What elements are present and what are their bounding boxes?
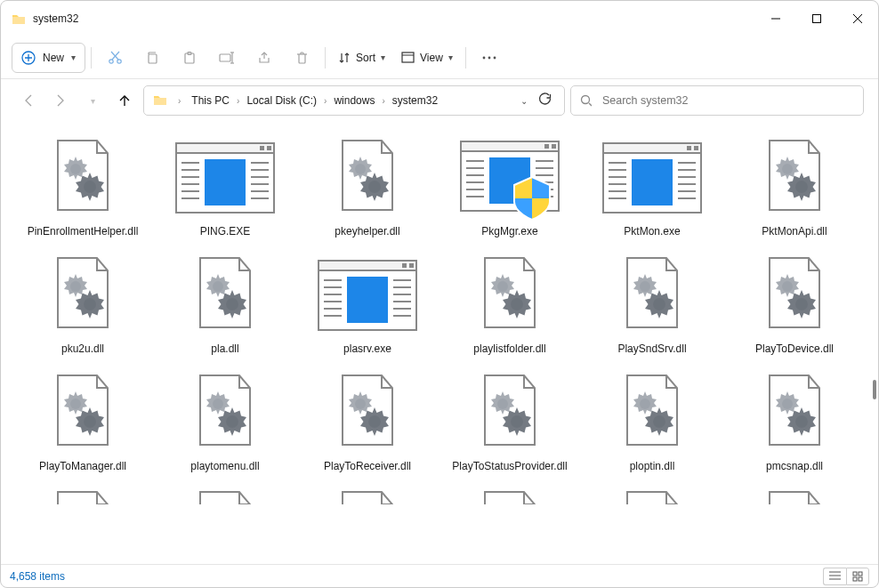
file-item[interactable]: playtomenu.dll [154,364,296,478]
chevron-down-icon[interactable]: ⌄ [520,96,528,106]
file-icon [456,252,563,339]
file-name: PlayToStatusProvider.dll [452,460,567,472]
details-view-button[interactable] [823,568,846,585]
file-item[interactable]: pmcsnap.dll [723,364,866,478]
file-name: PktMon.exe [624,225,680,238]
sort-button[interactable]: Sort ▾ [331,42,392,74]
recent-button[interactable]: ▾ [79,87,106,114]
svg-line-29 [111,52,118,60]
file-grid: PinEnrollmentHelper.dllPING.EXEpkeyhelpe… [1,122,878,564]
file-icon [599,369,706,456]
search-input[interactable] [601,93,854,108]
file-icon [314,252,421,339]
view-button[interactable]: View ▾ [394,42,460,74]
copy-button[interactable] [134,42,170,74]
file-name: playtomenu.dll [190,460,259,472]
close-button[interactable] [837,1,878,36]
file-icon [599,252,706,339]
file-item[interactable] [723,481,866,510]
file-name: pmcsnap.dll [766,460,823,472]
folder-icon [149,93,173,109]
file-item[interactable]: PlayToStatusProvider.dll [439,364,581,478]
more-button[interactable] [472,42,507,74]
file-item[interactable]: PktMonApi.dll [723,129,866,243]
file-item[interactable]: pkeyhelper.dll [296,129,439,243]
breadcrumb-segment[interactable]: Local Disk (C:) [241,93,322,109]
toolbar: New ▾ Sort ▾ View ▾ [1,36,878,79]
paste-button[interactable] [172,42,207,74]
file-item[interactable]: pla.dll [154,246,296,360]
scrollbar-thumb[interactable] [873,380,876,399]
file-item[interactable]: playlistfolder.dll [439,246,581,360]
file-item[interactable]: PktMon.exe [581,129,723,243]
file-item[interactable]: PinEnrollmentHelper.dll [12,129,154,243]
file-name: PktMonApi.dll [762,225,827,238]
back-button[interactable] [15,87,42,114]
share-button[interactable] [246,42,282,74]
minimize-button[interactable] [755,1,796,36]
file-icon [172,369,278,456]
file-icon [314,369,421,456]
file-item[interactable]: PlayToManager.dll [12,364,154,478]
file-name: pku2u.dll [61,342,104,355]
chevron-down-icon: ▾ [71,52,76,62]
svg-rect-47 [853,572,857,576]
file-icon [314,134,421,222]
sort-label: Sort [356,52,375,64]
forward-button[interactable] [47,87,74,114]
view-label: View [420,52,443,64]
titlebar: system32 [1,1,878,36]
file-name: PlayToDevice.dll [755,342,834,355]
file-item[interactable]: pku2u.dll [12,246,154,360]
search-icon [580,94,592,107]
delete-button[interactable] [284,42,319,74]
file-item[interactable] [439,481,581,510]
file-item[interactable]: PkgMgr.exe [439,129,581,243]
file-item[interactable]: PING.EXE [154,129,296,243]
up-button[interactable] [111,87,138,114]
refresh-button[interactable] [538,93,552,109]
chevron-down-icon: ▾ [448,52,453,62]
file-name: ploptin.dll [630,460,675,472]
svg-point-27 [117,60,120,63]
address-bar[interactable]: › This PC›Local Disk (C:)›windows›system… [143,85,565,116]
breadcrumb-segment[interactable]: This PC [186,93,235,109]
plus-circle-icon [21,51,36,65]
file-icon [29,369,136,456]
file-name: playlistfolder.dll [473,342,545,355]
file-icon [456,369,563,456]
file-name: pkeyhelper.dll [335,225,399,238]
file-item[interactable]: ploptin.dll [581,364,723,478]
breadcrumb-segment[interactable]: system32 [387,93,443,109]
search-box[interactable] [570,85,864,116]
file-item[interactable] [581,481,723,510]
file-icon [741,369,848,456]
file-name: plasrv.exe [343,342,391,355]
icons-view-button[interactable] [846,568,869,585]
file-item[interactable] [154,481,296,510]
breadcrumb-segment[interactable]: windows [328,93,380,109]
file-icon [172,487,278,504]
cut-button[interactable] [97,42,133,74]
file-name: PkgMgr.exe [481,225,537,238]
file-name: PlaySndSrv.dll [617,342,686,355]
new-button[interactable]: New ▾ [12,43,85,73]
chevron-right-icon: › [380,96,386,106]
view-icon [401,52,415,63]
file-item[interactable]: PlayToReceiver.dll [296,364,439,478]
maximize-button[interactable] [796,1,837,36]
svg-rect-30 [149,54,157,63]
svg-rect-48 [859,572,862,576]
svg-point-41 [493,56,496,59]
svg-rect-50 [859,577,862,581]
rename-button[interactable] [209,42,245,74]
file-item[interactable]: plasrv.exe [296,246,439,360]
svg-rect-20 [813,15,821,23]
file-item[interactable]: PlayToDevice.dll [723,246,866,360]
file-item[interactable] [296,481,439,510]
item-count: 4,658 items [10,570,65,583]
file-item[interactable]: PlaySndSrv.dll [581,246,723,360]
window-title: system32 [33,12,755,25]
file-item[interactable] [12,481,154,510]
svg-point-26 [109,60,112,63]
